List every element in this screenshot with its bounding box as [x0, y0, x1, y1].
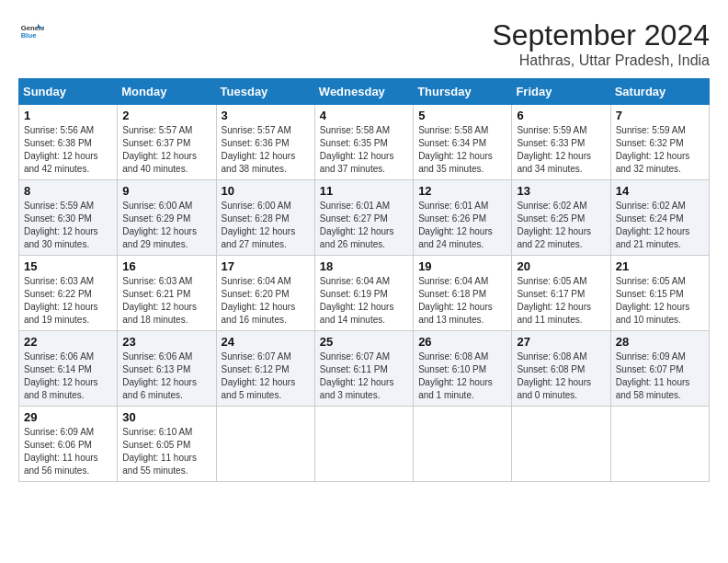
calendar-day-13: 13 Sunrise: 6:02 AM Sunset: 6:25 PM Dayl…: [512, 180, 610, 256]
day-number: 10: [222, 184, 310, 198]
day-number: 30: [122, 410, 210, 424]
day-info: Sunrise: 6:10 AM Sunset: 6:05 PM Dayligh…: [122, 426, 210, 477]
day-info: Sunrise: 5:58 AM Sunset: 6:34 PM Dayligh…: [418, 124, 506, 176]
header-tuesday: Tuesday: [216, 79, 314, 105]
day-number: 15: [24, 259, 112, 273]
calendar-week-row: 15 Sunrise: 6:03 AM Sunset: 6:22 PM Dayl…: [19, 256, 710, 331]
day-number: 22: [24, 335, 112, 349]
calendar-table: Sunday Monday Tuesday Wednesday Thursday…: [18, 78, 710, 482]
day-info: Sunrise: 6:04 AM Sunset: 6:20 PM Dayligh…: [222, 275, 310, 327]
calendar-week-row: 1 Sunrise: 5:56 AM Sunset: 6:38 PM Dayli…: [19, 105, 710, 180]
calendar-day-26: 26 Sunrise: 6:08 AM Sunset: 6:10 PM Dayl…: [414, 331, 512, 407]
day-number: 4: [320, 109, 408, 122]
calendar-day-4: 4 Sunrise: 5:58 AM Sunset: 6:35 PM Dayli…: [314, 105, 413, 180]
day-number: 18: [320, 259, 408, 273]
day-number: 26: [418, 335, 506, 349]
day-info: Sunrise: 6:03 AM Sunset: 6:21 PM Dayligh…: [122, 275, 210, 327]
day-number: 16: [122, 259, 210, 273]
day-info: Sunrise: 6:00 AM Sunset: 6:29 PM Dayligh…: [122, 200, 210, 251]
day-info: Sunrise: 6:05 AM Sunset: 6:17 PM Dayligh…: [517, 275, 605, 327]
day-info: Sunrise: 6:05 AM Sunset: 6:15 PM Dayligh…: [616, 275, 704, 327]
calendar-day-11: 11 Sunrise: 6:01 AM Sunset: 6:27 PM Dayl…: [314, 180, 413, 256]
header-monday: Monday: [118, 79, 216, 105]
empty-cell: [610, 407, 709, 482]
day-number: 8: [24, 184, 112, 198]
day-number: 6: [517, 109, 605, 122]
day-number: 23: [122, 335, 210, 349]
day-number: 24: [222, 335, 310, 349]
svg-text:Blue: Blue: [21, 31, 37, 40]
day-info: Sunrise: 6:06 AM Sunset: 6:14 PM Dayligh…: [24, 350, 112, 402]
day-info: Sunrise: 5:59 AM Sunset: 6:33 PM Dayligh…: [517, 124, 605, 176]
day-number: 7: [616, 109, 704, 122]
day-number: 11: [320, 184, 408, 198]
day-number: 27: [517, 335, 605, 349]
day-info: Sunrise: 6:06 AM Sunset: 6:13 PM Dayligh…: [122, 350, 210, 402]
day-number: 2: [122, 109, 210, 122]
day-info: Sunrise: 5:57 AM Sunset: 6:36 PM Dayligh…: [222, 124, 310, 176]
page-title: September 2024: [492, 18, 710, 52]
day-number: 20: [517, 259, 605, 273]
header-wednesday: Wednesday: [314, 79, 413, 105]
day-number: 17: [222, 259, 310, 273]
calendar-day-27: 27 Sunrise: 6:08 AM Sunset: 6:08 PM Dayl…: [512, 331, 610, 407]
calendar-day-16: 16 Sunrise: 6:03 AM Sunset: 6:21 PM Dayl…: [118, 256, 216, 331]
calendar-week-row: 8 Sunrise: 5:59 AM Sunset: 6:30 PM Dayli…: [19, 180, 710, 256]
day-info: Sunrise: 6:09 AM Sunset: 6:07 PM Dayligh…: [616, 350, 704, 402]
day-info: Sunrise: 6:07 AM Sunset: 6:12 PM Dayligh…: [222, 350, 310, 402]
calendar-day-8: 8 Sunrise: 5:59 AM Sunset: 6:30 PM Dayli…: [19, 180, 118, 256]
day-number: 1: [24, 109, 112, 122]
day-number: 14: [616, 184, 704, 198]
empty-cell: [414, 407, 512, 482]
calendar-day-24: 24 Sunrise: 6:07 AM Sunset: 6:12 PM Dayl…: [216, 331, 314, 407]
day-info: Sunrise: 5:59 AM Sunset: 6:30 PM Dayligh…: [24, 200, 112, 251]
calendar-day-7: 7 Sunrise: 5:59 AM Sunset: 6:32 PM Dayli…: [610, 105, 709, 180]
day-number: 9: [122, 184, 210, 198]
calendar-week-row: 22 Sunrise: 6:06 AM Sunset: 6:14 PM Dayl…: [19, 331, 710, 407]
page-subtitle: Hathras, Uttar Pradesh, India: [492, 52, 710, 69]
day-info: Sunrise: 6:08 AM Sunset: 6:10 PM Dayligh…: [418, 350, 506, 402]
logo-icon: General Blue: [18, 18, 44, 44]
calendar-day-23: 23 Sunrise: 6:06 AM Sunset: 6:13 PM Dayl…: [118, 331, 216, 407]
calendar-day-9: 9 Sunrise: 6:00 AM Sunset: 6:29 PM Dayli…: [118, 180, 216, 256]
day-info: Sunrise: 6:08 AM Sunset: 6:08 PM Dayligh…: [517, 350, 605, 402]
calendar-day-17: 17 Sunrise: 6:04 AM Sunset: 6:20 PM Dayl…: [216, 256, 314, 331]
calendar-day-25: 25 Sunrise: 6:07 AM Sunset: 6:11 PM Dayl…: [314, 331, 413, 407]
calendar-day-6: 6 Sunrise: 5:59 AM Sunset: 6:33 PM Dayli…: [512, 105, 610, 180]
calendar-day-22: 22 Sunrise: 6:06 AM Sunset: 6:14 PM Dayl…: [19, 331, 118, 407]
day-info: Sunrise: 6:07 AM Sunset: 6:11 PM Dayligh…: [320, 350, 408, 402]
day-info: Sunrise: 6:09 AM Sunset: 6:06 PM Dayligh…: [24, 426, 112, 477]
day-number: 13: [517, 184, 605, 198]
calendar-day-19: 19 Sunrise: 6:04 AM Sunset: 6:18 PM Dayl…: [414, 256, 512, 331]
calendar-day-29: 29 Sunrise: 6:09 AM Sunset: 6:06 PM Dayl…: [19, 407, 118, 482]
empty-cell: [314, 407, 413, 482]
calendar-header-row: Sunday Monday Tuesday Wednesday Thursday…: [19, 79, 710, 105]
day-info: Sunrise: 6:00 AM Sunset: 6:28 PM Dayligh…: [222, 200, 310, 251]
day-info: Sunrise: 5:58 AM Sunset: 6:35 PM Dayligh…: [320, 124, 408, 176]
day-info: Sunrise: 5:56 AM Sunset: 6:38 PM Dayligh…: [24, 124, 112, 176]
calendar-day-18: 18 Sunrise: 6:04 AM Sunset: 6:19 PM Dayl…: [314, 256, 413, 331]
header-sunday: Sunday: [19, 79, 118, 105]
day-number: 3: [222, 109, 310, 122]
calendar-day-10: 10 Sunrise: 6:00 AM Sunset: 6:28 PM Dayl…: [216, 180, 314, 256]
calendar-day-30: 30 Sunrise: 6:10 AM Sunset: 6:05 PM Dayl…: [118, 407, 216, 482]
calendar-day-14: 14 Sunrise: 6:02 AM Sunset: 6:24 PM Dayl…: [610, 180, 709, 256]
calendar-day-1: 1 Sunrise: 5:56 AM Sunset: 6:38 PM Dayli…: [19, 105, 118, 180]
logo: General Blue: [18, 18, 48, 44]
header-saturday: Saturday: [610, 79, 709, 105]
calendar-day-20: 20 Sunrise: 6:05 AM Sunset: 6:17 PM Dayl…: [512, 256, 610, 331]
page-header: General Blue September 2024 Hathras, Utt…: [18, 18, 710, 69]
day-info: Sunrise: 6:02 AM Sunset: 6:25 PM Dayligh…: [517, 200, 605, 251]
day-number: 5: [418, 109, 506, 122]
header-friday: Friday: [512, 79, 610, 105]
day-info: Sunrise: 6:01 AM Sunset: 6:27 PM Dayligh…: [320, 200, 408, 251]
day-number: 28: [616, 335, 704, 349]
day-info: Sunrise: 5:59 AM Sunset: 6:32 PM Dayligh…: [616, 124, 704, 176]
day-number: 12: [418, 184, 506, 198]
day-number: 29: [24, 410, 112, 424]
calendar-day-28: 28 Sunrise: 6:09 AM Sunset: 6:07 PM Dayl…: [610, 331, 709, 407]
day-info: Sunrise: 6:03 AM Sunset: 6:22 PM Dayligh…: [24, 275, 112, 327]
calendar-week-row: 29 Sunrise: 6:09 AM Sunset: 6:06 PM Dayl…: [19, 407, 710, 482]
title-area: September 2024 Hathras, Uttar Pradesh, I…: [492, 18, 710, 69]
calendar-day-12: 12 Sunrise: 6:01 AM Sunset: 6:26 PM Dayl…: [414, 180, 512, 256]
